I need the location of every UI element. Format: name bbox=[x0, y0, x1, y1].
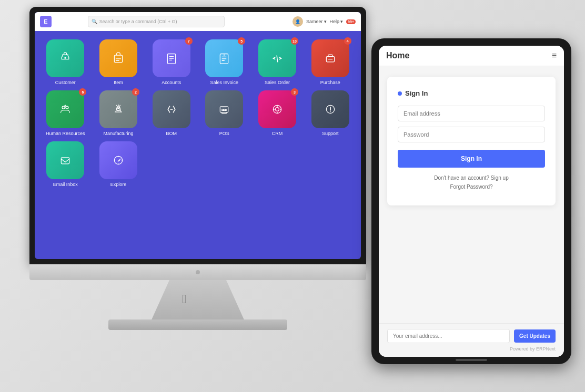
sign-in-title: Sign In bbox=[398, 89, 545, 97]
app-purchase[interactable]: 4 Purchase bbox=[306, 39, 355, 85]
bom-label: BOM bbox=[166, 131, 177, 136]
user-avatar: 👤 bbox=[292, 16, 303, 27]
help-menu[interactable]: Help ▾ bbox=[330, 19, 344, 24]
app-crm[interactable]: 3 CRM bbox=[253, 90, 302, 136]
erp-logo-icon[interactable]: E bbox=[40, 16, 52, 27]
imac-camera bbox=[196, 270, 200, 274]
svg-point-10 bbox=[276, 108, 279, 111]
imac-chin bbox=[29, 264, 366, 280]
sales-invoice-badge: 5 bbox=[238, 37, 245, 45]
sales-order-icon: 10 bbox=[258, 39, 296, 77]
imac-screen-inner: E 🔍 Search or type a command (Ctrl + G) … bbox=[35, 12, 361, 259]
app-pos[interactable]: POS bbox=[200, 90, 249, 136]
no-account-link[interactable]: Don't have an account? Sign up bbox=[398, 175, 545, 181]
svg-rect-2 bbox=[167, 54, 175, 64]
scene: E 🔍 Search or type a command (Ctrl + G) … bbox=[14, 7, 571, 385]
erp-header: E 🔍 Search or type a command (Ctrl + G) … bbox=[35, 12, 361, 31]
app-grid: Customer Item bbox=[35, 31, 361, 195]
purchase-badge: 4 bbox=[344, 37, 351, 45]
imac-base bbox=[108, 319, 287, 330]
purchase-label: Purchase bbox=[320, 80, 340, 85]
crm-icon: 3 bbox=[258, 90, 296, 128]
svg-point-12 bbox=[330, 111, 331, 112]
hr-badge: 6 bbox=[79, 88, 86, 96]
get-updates-button[interactable]: Get Updates bbox=[514, 329, 556, 343]
hamburger-icon[interactable]: ≡ bbox=[552, 51, 557, 60]
app-sales-invoice[interactable]: 5 Sales Invoice bbox=[200, 39, 249, 85]
crm-label: CRM bbox=[272, 131, 283, 136]
chevron-down-icon: ▾ bbox=[340, 19, 343, 24]
app-email-inbox[interactable]: Email Inbox bbox=[41, 141, 90, 187]
explore-label: Explore bbox=[110, 182, 127, 187]
powered-by-text: Powered by ERPNext bbox=[387, 346, 556, 352]
ipad-screen: Home ≡ Sign In Sign In Don't have an acc… bbox=[379, 46, 564, 357]
imac-stand bbox=[150, 280, 245, 322]
pos-icon bbox=[205, 90, 243, 128]
email-input[interactable] bbox=[398, 106, 545, 121]
header-right: 👤 Sameer ▾ Help ▾ 99+ bbox=[292, 16, 356, 27]
hr-label: Human Resources bbox=[46, 131, 85, 136]
purchase-icon: 4 bbox=[311, 39, 349, 77]
app-sales-order[interactable]: 10 Sales Order bbox=[253, 39, 302, 85]
svg-point-0 bbox=[65, 57, 66, 58]
sign-in-button[interactable]: Sign In bbox=[398, 150, 545, 168]
accounts-icon: 7 bbox=[153, 39, 190, 77]
item-icon bbox=[99, 39, 137, 77]
imac-screen-outer: E 🔍 Search or type a command (Ctrl + G) … bbox=[29, 7, 366, 264]
svg-rect-13 bbox=[62, 158, 69, 164]
support-label: Support bbox=[322, 131, 339, 136]
chevron-down-icon: ▾ bbox=[324, 19, 327, 24]
sign-in-card: Sign In Sign In Don't have an account? S… bbox=[387, 77, 556, 205]
app-explore[interactable]: Explore bbox=[94, 141, 143, 187]
imac: E 🔍 Search or type a command (Ctrl + G) … bbox=[14, 7, 382, 364]
ipad-footer: Get Updates Powered by ERPNext bbox=[379, 323, 564, 357]
app-manufacturing[interactable]: 2 Manufacturing bbox=[94, 90, 143, 136]
sign-in-dot bbox=[398, 91, 402, 96]
ipad-home-bar bbox=[456, 359, 487, 361]
sales-invoice-label: Sales Invoice bbox=[210, 80, 239, 85]
customer-label: Customer bbox=[55, 80, 76, 85]
bom-icon bbox=[153, 90, 190, 128]
app-customer[interactable]: Customer bbox=[41, 39, 90, 85]
search-bar[interactable]: 🔍 Search or type a command (Ctrl + G) bbox=[88, 16, 225, 27]
explore-icon bbox=[99, 141, 137, 179]
newsletter-row: Get Updates bbox=[387, 329, 556, 343]
apple-logo-icon:  bbox=[182, 292, 187, 306]
search-icon: 🔍 bbox=[92, 19, 97, 24]
customer-icon bbox=[46, 39, 84, 77]
user-menu[interactable]: Sameer ▾ bbox=[306, 19, 327, 24]
forgot-password-link[interactable]: Forgot Password? bbox=[398, 184, 545, 190]
manufacturing-icon: 2 bbox=[99, 90, 137, 128]
svg-point-6 bbox=[66, 106, 68, 109]
app-support[interactable]: Support bbox=[306, 90, 355, 136]
accounts-label: Accounts bbox=[162, 80, 181, 85]
ipad-header: Home ≡ bbox=[379, 46, 564, 66]
email-inbox-label: Email Inbox bbox=[53, 182, 78, 187]
notification-badge[interactable]: 99+ bbox=[346, 19, 356, 24]
item-label: Item bbox=[114, 80, 123, 85]
email-inbox-icon bbox=[46, 141, 84, 179]
accounts-badge: 7 bbox=[185, 37, 193, 45]
app-accounts[interactable]: 7 Accounts bbox=[147, 39, 196, 85]
sign-in-links: Don't have an account? Sign up Forgot Pa… bbox=[398, 175, 545, 190]
ipad: Home ≡ Sign In Sign In Don't have an acc… bbox=[371, 38, 571, 364]
password-input[interactable] bbox=[398, 127, 545, 142]
sales-order-label: Sales Order bbox=[265, 80, 290, 85]
manufacturing-badge: 2 bbox=[132, 88, 139, 96]
app-hr[interactable]: 6 Human Resources bbox=[41, 90, 90, 136]
support-icon bbox=[311, 90, 349, 128]
newsletter-email-input[interactable] bbox=[387, 329, 510, 343]
manufacturing-label: Manufacturing bbox=[103, 131, 133, 136]
ipad-page-title: Home bbox=[386, 51, 409, 60]
svg-point-5 bbox=[62, 106, 65, 109]
hr-icon: 6 bbox=[46, 90, 84, 128]
svg-point-14 bbox=[114, 156, 122, 164]
crm-badge: 3 bbox=[291, 88, 298, 96]
ipad-body: Sign In Sign In Don't have an account? S… bbox=[379, 66, 564, 323]
sales-invoice-icon: 5 bbox=[205, 39, 243, 77]
pos-label: POS bbox=[219, 131, 229, 136]
app-item[interactable]: Item bbox=[94, 39, 143, 85]
app-bom[interactable]: BOM bbox=[147, 90, 196, 136]
sales-order-badge: 10 bbox=[291, 37, 298, 45]
